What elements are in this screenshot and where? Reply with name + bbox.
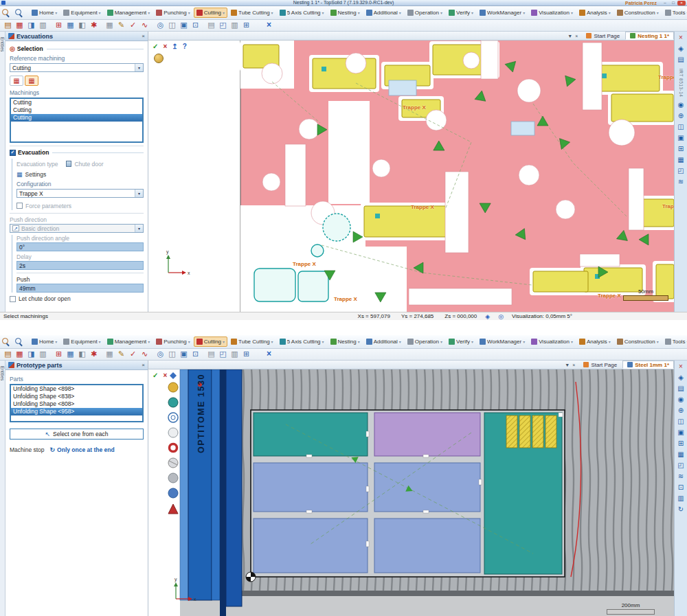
close-button[interactable]: × bbox=[677, 1, 686, 5]
menu-item[interactable]: Home ▾ bbox=[29, 8, 60, 18]
tab-menu-button[interactable]: ▼ bbox=[567, 34, 572, 38]
document-tab[interactable]: Start Page bbox=[578, 361, 622, 369]
toolbar-icon[interactable]: ▤ bbox=[3, 350, 13, 359]
user-name[interactable]: Patricia Perez bbox=[625, 1, 661, 5]
docked-tab-entities[interactable]: Entities bbox=[0, 361, 5, 616]
right-toolbar-icon[interactable]: ⊡ bbox=[676, 483, 686, 493]
menu-item[interactable]: Verify ▾ bbox=[446, 8, 476, 18]
menu-item[interactable]: Punching ▾ bbox=[153, 8, 192, 18]
toolbar-icon[interactable]: ⊞ bbox=[241, 21, 251, 30]
toolbar-icon[interactable]: ⊡ bbox=[190, 350, 201, 359]
right-toolbar-icon[interactable]: ◰ bbox=[676, 461, 686, 471]
menu-item[interactable]: Visualization ▾ bbox=[528, 336, 576, 347]
help-icon[interactable]: ? bbox=[183, 43, 187, 50]
right-toolbar-icon[interactable]: ≋ bbox=[676, 177, 686, 187]
toolbar-icon[interactable]: ⊞ bbox=[241, 350, 251, 359]
edit-search-icon[interactable] bbox=[2, 9, 10, 16]
right-toolbar-icon[interactable]: × bbox=[676, 33, 686, 43]
toolbar-icon[interactable]: ◎ bbox=[155, 350, 166, 359]
menu-item[interactable]: Management ▾ bbox=[104, 336, 153, 347]
delay-field[interactable]: 2s bbox=[16, 261, 144, 270]
toolbar-icon[interactable]: ▥ bbox=[229, 350, 240, 359]
push-field[interactable]: 49mm bbox=[16, 284, 144, 293]
toolbar-icon[interactable]: ∿ bbox=[139, 350, 150, 359]
menu-item[interactable]: Equipment ▾ bbox=[60, 336, 103, 347]
parts-list[interactable]: Unfolding Shape <898>Unfolding Shape <83… bbox=[10, 384, 144, 422]
toolbar-icon[interactable]: ▦ bbox=[14, 21, 25, 30]
toolbar-icon[interactable]: ▦ bbox=[14, 350, 25, 359]
right-toolbar-icon[interactable]: ↻ bbox=[676, 505, 686, 515]
right-toolbar-icon[interactable]: ▣ bbox=[676, 428, 686, 438]
menu-item[interactable]: Cutting ▾ bbox=[194, 336, 227, 347]
right-toolbar-icon[interactable]: ▣ bbox=[676, 133, 686, 144]
menu-item[interactable]: Nesting ▾ bbox=[328, 8, 363, 18]
toolbar-icon[interactable]: ▦ bbox=[104, 350, 115, 359]
validate-icon[interactable]: ✓ bbox=[153, 372, 158, 379]
visualization-setting[interactable]: Visualization: 0,05mm 5° bbox=[512, 313, 572, 319]
menu-item[interactable]: Additional ▾ bbox=[363, 8, 404, 18]
toolbar-icon[interactable]: ✓ bbox=[128, 21, 138, 30]
toolbar-icon[interactable]: ◎ bbox=[155, 21, 166, 30]
menu-item[interactable]: Punching ▾ bbox=[153, 336, 192, 347]
toolbar-icon[interactable]: ▦ bbox=[104, 21, 115, 30]
menu-item[interactable]: Tools ▾ bbox=[662, 8, 687, 18]
toolbar-icon[interactable]: ▦ bbox=[65, 350, 76, 359]
right-toolbar-icon[interactable]: ◈ bbox=[676, 44, 686, 54]
toolbar-icon[interactable]: ◰ bbox=[218, 21, 228, 30]
evacuation-checkbox[interactable]: ✓ bbox=[10, 150, 16, 156]
menu-item[interactable]: Home ▾ bbox=[29, 336, 60, 347]
maximize-button[interactable]: □ bbox=[669, 1, 677, 5]
menu-item[interactable]: Operation ▾ bbox=[405, 8, 445, 18]
toolbar-icon[interactable]: ✓ bbox=[128, 350, 138, 359]
menu-item[interactable]: Additional ▾ bbox=[363, 336, 404, 347]
search-icon[interactable] bbox=[15, 9, 23, 16]
menu-item[interactable]: WorkManager ▾ bbox=[477, 336, 528, 347]
toolbar-icon[interactable]: × bbox=[264, 21, 274, 30]
menu-item[interactable]: Analysis ▾ bbox=[576, 8, 613, 18]
let-chute-door-open-checkbox[interactable] bbox=[10, 296, 16, 302]
target-icon[interactable]: ◎ bbox=[498, 313, 504, 320]
toolbar-icon[interactable]: ▤ bbox=[206, 350, 216, 359]
right-toolbar-icon[interactable]: ▦ bbox=[676, 450, 686, 460]
right-toolbar-icon[interactable]: ◫ bbox=[676, 122, 686, 133]
document-tab[interactable]: Start Page bbox=[581, 32, 624, 40]
menu-item[interactable]: Tools ▾ bbox=[662, 336, 687, 347]
validate-icon[interactable]: ✓ bbox=[153, 43, 158, 50]
machining-item[interactable]: Cutting bbox=[11, 106, 142, 114]
document-tab[interactable]: Steel 1mm 1* bbox=[622, 361, 674, 369]
toolbar-icon[interactable]: ◨ bbox=[26, 350, 36, 359]
nested-parts[interactable] bbox=[254, 413, 563, 574]
right-toolbar-icon[interactable]: ◉ bbox=[676, 100, 686, 111]
part-item[interactable]: Unfolding Shape <898> bbox=[11, 385, 142, 393]
machining-item[interactable]: Cutting bbox=[11, 114, 142, 122]
push-direction-select[interactable]: ↗ Basic direction ▾ bbox=[10, 224, 144, 233]
menu-item[interactable]: 5 Axis Cutting ▾ bbox=[277, 336, 327, 347]
panel-close-button[interactable]: × bbox=[142, 362, 145, 368]
toolbar-icon[interactable]: × bbox=[264, 350, 274, 359]
reference-machining-select[interactable]: Cutting ▾ bbox=[10, 63, 144, 72]
select-parts-mode-button[interactable]: ▦ bbox=[25, 76, 38, 86]
right-toolbar-icon[interactable]: ⊞ bbox=[676, 439, 686, 449]
menu-item[interactable]: 5 Axis Cutting ▾ bbox=[277, 8, 327, 18]
chevron-down-icon[interactable]: ▾ bbox=[135, 225, 143, 232]
menu-item[interactable]: Visualization ▾ bbox=[528, 8, 576, 18]
toolbar-icon[interactable]: ◧ bbox=[77, 21, 87, 30]
tab-close-button[interactable]: × bbox=[572, 363, 575, 367]
toolbar-icon[interactable]: ▤ bbox=[3, 21, 13, 30]
menu-item[interactable]: Equipment ▾ bbox=[60, 8, 103, 18]
toolbar-icon[interactable]: ◫ bbox=[167, 350, 177, 359]
cancel-icon[interactable]: × bbox=[163, 372, 167, 379]
right-toolbar-icon[interactable]: ◈ bbox=[676, 373, 686, 383]
docked-tab-note[interactable]: IRT 8513-14 bbox=[679, 69, 684, 97]
select-one-from-each-button[interactable]: ↖ Select one from each bbox=[10, 429, 144, 440]
menu-item[interactable]: Construction ▾ bbox=[614, 336, 662, 347]
toolbar-icon[interactable]: ◰ bbox=[218, 350, 228, 359]
edit-search-icon[interactable] bbox=[2, 338, 10, 345]
chevron-down-icon[interactable]: ▾ bbox=[135, 64, 143, 71]
menu-item[interactable]: Tube Cutting ▾ bbox=[228, 8, 276, 18]
right-toolbar-icon[interactable]: ▤ bbox=[676, 384, 686, 394]
menu-item[interactable]: Analysis ▾ bbox=[576, 336, 613, 347]
right-toolbar-icon[interactable]: ▥ bbox=[676, 494, 686, 504]
toolbar-icon[interactable]: ▤ bbox=[206, 21, 216, 30]
toolbar-icon[interactable]: ⊞ bbox=[54, 350, 64, 359]
